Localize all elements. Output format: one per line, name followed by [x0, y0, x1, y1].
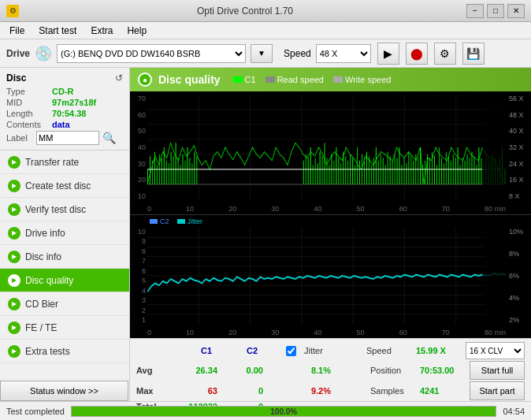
svg-rect-44: [325, 143, 325, 184]
svg-rect-123: [482, 95, 506, 200]
disc-quality-header-icon: ●: [138, 72, 152, 87]
sidebar-item-disc-info[interactable]: ▶ Disc info: [0, 245, 129, 269]
menu-start-test[interactable]: Start test: [32, 24, 83, 38]
status-window-button[interactable]: Status window >>: [0, 381, 128, 401]
sidebar-item-cd-bier[interactable]: ▶ CD Bier: [0, 292, 129, 316]
label-search-icon[interactable]: 🔍: [102, 132, 116, 144]
speed-select[interactable]: 48 X: [316, 44, 371, 63]
start-full-button[interactable]: Start full: [470, 361, 525, 380]
svg-rect-139: [482, 228, 506, 324]
sidebar-item-extra-tests[interactable]: ▶ Extra tests: [0, 340, 129, 363]
mid-key: MID: [6, 98, 52, 107]
top-chart-container: 70 60 50 40 30 20 10 56 X 48 X 40 X 32 X…: [130, 91, 531, 215]
jitter-checkbox[interactable]: [286, 346, 296, 356]
top-r-32x: 32 X: [509, 143, 531, 151]
minimize-button[interactable]: −: [466, 4, 484, 18]
create-test-disc-label: Create test disc: [25, 180, 91, 191]
svg-rect-104: [465, 161, 466, 184]
type-value: CD-R: [52, 87, 74, 96]
sidebar-item-transfer-rate[interactable]: ▶ Transfer rate: [0, 151, 129, 174]
svg-rect-82: [413, 161, 414, 184]
svg-rect-65: [373, 158, 374, 184]
play-button[interactable]: ▶: [377, 43, 399, 65]
menu-extra[interactable]: Extra: [84, 24, 119, 38]
svg-rect-76: [399, 147, 399, 184]
top-r-56x: 56 X: [509, 95, 531, 102]
svg-rect-90: [432, 152, 433, 184]
drive-refresh-button[interactable]: ▼: [251, 44, 273, 63]
svg-rect-101: [458, 147, 459, 184]
c1-column-header: C1: [165, 346, 212, 355]
samples-label: Samples: [370, 386, 414, 396]
svg-rect-13: [147, 169, 148, 184]
settings-button[interactable]: ⚙: [434, 43, 456, 65]
bottom-chart-container: C2 Jitter 10 9 8 7 6 5 4 3: [130, 215, 531, 338]
legend-c1-label: C1: [245, 75, 256, 84]
erase-button[interactable]: ⬤: [406, 43, 428, 65]
fe-te-label: FE / TE: [25, 322, 57, 333]
progress-text: 100.0%: [270, 407, 297, 415]
stats-header-row: C1 C2 Jitter Speed 15.99 X 16 X CLV: [136, 342, 525, 359]
clv-speed-select[interactable]: 16 X CLV: [466, 342, 525, 359]
legend-rs-color: [266, 76, 275, 83]
bottom-chart-legend: C2 Jitter: [150, 217, 202, 225]
sidebar-item-drive-info[interactable]: ▶ Drive info: [0, 221, 129, 245]
svg-rect-21: [166, 161, 167, 184]
verify-test-disc-icon: ▶: [8, 203, 20, 216]
top-y-40: 40: [138, 143, 146, 151]
svg-rect-46: [329, 165, 329, 184]
top-y-50: 50: [138, 127, 146, 135]
close-button[interactable]: ✕: [507, 4, 525, 18]
svg-rect-69: [383, 158, 384, 184]
svg-rect-20: [164, 147, 165, 184]
top-r-8x: 8 X: [509, 192, 531, 200]
svg-rect-70: [385, 165, 386, 184]
top-y-70: 70: [138, 95, 146, 102]
svg-rect-71: [388, 152, 388, 184]
svg-rect-108: [473, 156, 474, 184]
menu-help[interactable]: Help: [121, 24, 153, 38]
sidebar-item-disc-quality[interactable]: ▶ Disc quality: [0, 269, 129, 292]
main-area: Disc ↺ Type CD-R MID 97m27s18f Length 70…: [0, 68, 531, 401]
maximize-button[interactable]: □: [487, 4, 504, 18]
svg-rect-110: [478, 147, 479, 184]
sidebar-item-create-test-disc[interactable]: ▶ Create test disc: [0, 174, 129, 198]
legend-ws-label: Write speed: [345, 75, 392, 84]
svg-rect-64: [371, 165, 372, 184]
position-label: Position: [370, 366, 414, 375]
save-button[interactable]: 💾: [462, 43, 485, 65]
disc-refresh-icon[interactable]: ↺: [115, 72, 123, 84]
top-x-20: 20: [228, 205, 236, 213]
svg-rect-57: [355, 165, 355, 184]
legend-c1: C1: [233, 75, 256, 84]
sidebar-item-verify-test-disc[interactable]: ▶ Verify test disc: [0, 198, 129, 221]
svg-rect-79: [406, 163, 407, 184]
svg-rect-103: [462, 158, 463, 184]
svg-rect-95: [444, 163, 444, 184]
svg-rect-32: [191, 163, 192, 184]
jitter-column-header: Jitter: [304, 346, 323, 355]
top-x-0: 0: [147, 205, 151, 213]
sidebar-item-fe-te[interactable]: ▶ FE / TE: [0, 316, 129, 340]
legend-read-speed: Read speed: [266, 75, 324, 84]
top-r-24x: 24 X: [509, 160, 531, 168]
drive-select[interactable]: (G:) BENQ DVD DD DW1640 BSRB: [57, 44, 246, 63]
top-x-60: 60: [399, 205, 407, 213]
menubar: File Start test Extra Help: [0, 22, 531, 39]
window-controls: − □ ✕: [466, 4, 525, 18]
label-input[interactable]: [36, 131, 99, 145]
svg-rect-78: [403, 158, 404, 184]
svg-rect-72: [390, 156, 391, 184]
svg-rect-67: [378, 161, 379, 184]
contents-value: data: [52, 120, 70, 129]
jitter-legend: Jitter: [177, 217, 203, 225]
start-part-button[interactable]: Start part: [470, 381, 525, 400]
jitter-line: [147, 273, 506, 292]
svg-rect-40: [315, 158, 316, 184]
c2-column-header: C2: [218, 346, 258, 355]
svg-rect-81: [410, 156, 411, 184]
svg-rect-84: [418, 158, 418, 184]
menu-file[interactable]: File: [3, 24, 31, 38]
type-key: Type: [6, 87, 52, 96]
sidebar: Disc ↺ Type CD-R MID 97m27s18f Length 70…: [0, 68, 130, 401]
